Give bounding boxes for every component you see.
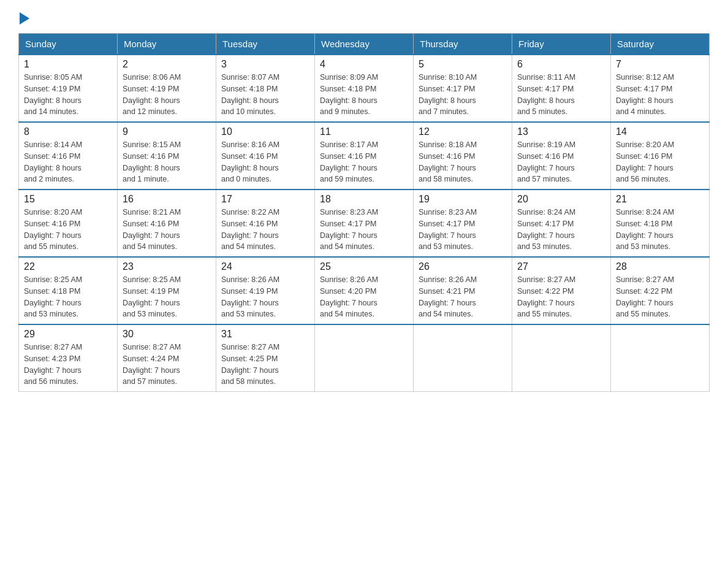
- day-number: 27: [517, 261, 605, 272]
- calendar-cell: [414, 324, 512, 392]
- calendar-table: SundayMondayTuesdayWednesdayThursdayFrid…: [18, 33, 710, 392]
- day-number: 25: [320, 261, 408, 272]
- calendar-cell: [512, 324, 611, 392]
- day-number: 29: [24, 329, 112, 340]
- day-info: Sunrise: 8:12 AM Sunset: 4:17 PM Dayligh…: [616, 72, 704, 118]
- calendar-cell: 18 Sunrise: 8:23 AM Sunset: 4:17 PM Dayl…: [315, 190, 414, 257]
- weekday-header-wednesday: Wednesday: [315, 34, 414, 55]
- day-number: 24: [221, 261, 309, 272]
- page-header: [18, 12, 710, 22]
- day-info: Sunrise: 8:26 AM Sunset: 4:21 PM Dayligh…: [419, 274, 507, 320]
- day-number: 17: [221, 194, 309, 205]
- calendar-cell: 19 Sunrise: 8:23 AM Sunset: 4:17 PM Dayl…: [414, 190, 512, 257]
- calendar-cell: 28 Sunrise: 8:27 AM Sunset: 4:22 PM Dayl…: [611, 257, 710, 324]
- calendar-cell: 30 Sunrise: 8:27 AM Sunset: 4:24 PM Dayl…: [118, 324, 216, 392]
- day-info: Sunrise: 8:23 AM Sunset: 4:17 PM Dayligh…: [320, 207, 408, 253]
- logo-arrow-icon: [20, 12, 29, 25]
- calendar-cell: 29 Sunrise: 8:27 AM Sunset: 4:23 PM Dayl…: [19, 324, 118, 392]
- day-info: Sunrise: 8:26 AM Sunset: 4:20 PM Dayligh…: [320, 274, 408, 320]
- day-info: Sunrise: 8:26 AM Sunset: 4:19 PM Dayligh…: [221, 274, 309, 320]
- weekday-header-friday: Friday: [512, 34, 611, 55]
- calendar-cell: 2 Sunrise: 8:06 AM Sunset: 4:19 PM Dayli…: [118, 55, 216, 122]
- calendar-cell: 8 Sunrise: 8:14 AM Sunset: 4:16 PM Dayli…: [19, 122, 118, 190]
- day-info: Sunrise: 8:16 AM Sunset: 4:16 PM Dayligh…: [221, 139, 309, 185]
- week-row-3: 15 Sunrise: 8:20 AM Sunset: 4:16 PM Dayl…: [19, 190, 710, 257]
- calendar-cell: 23 Sunrise: 8:25 AM Sunset: 4:19 PM Dayl…: [118, 257, 216, 324]
- calendar-cell: 7 Sunrise: 8:12 AM Sunset: 4:17 PM Dayli…: [611, 55, 710, 122]
- calendar-cell: 15 Sunrise: 8:20 AM Sunset: 4:16 PM Dayl…: [19, 190, 118, 257]
- day-info: Sunrise: 8:18 AM Sunset: 4:16 PM Dayligh…: [419, 139, 507, 185]
- calendar-cell: 22 Sunrise: 8:25 AM Sunset: 4:18 PM Dayl…: [19, 257, 118, 324]
- day-info: Sunrise: 8:21 AM Sunset: 4:16 PM Dayligh…: [123, 207, 211, 253]
- day-number: 7: [616, 59, 704, 70]
- day-info: Sunrise: 8:25 AM Sunset: 4:18 PM Dayligh…: [24, 274, 112, 320]
- day-info: Sunrise: 8:20 AM Sunset: 4:16 PM Dayligh…: [616, 139, 704, 185]
- day-number: 5: [419, 59, 507, 70]
- day-info: Sunrise: 8:06 AM Sunset: 4:19 PM Dayligh…: [123, 72, 211, 118]
- day-number: 10: [221, 126, 309, 137]
- calendar-cell: 4 Sunrise: 8:09 AM Sunset: 4:18 PM Dayli…: [315, 55, 414, 122]
- calendar-cell: 9 Sunrise: 8:15 AM Sunset: 4:16 PM Dayli…: [118, 122, 216, 190]
- day-number: 22: [24, 261, 112, 272]
- calendar-cell: 16 Sunrise: 8:21 AM Sunset: 4:16 PM Dayl…: [118, 190, 216, 257]
- calendar-cell: 26 Sunrise: 8:26 AM Sunset: 4:21 PM Dayl…: [414, 257, 512, 324]
- calendar-cell: 6 Sunrise: 8:11 AM Sunset: 4:17 PM Dayli…: [512, 55, 611, 122]
- calendar-cell: 11 Sunrise: 8:17 AM Sunset: 4:16 PM Dayl…: [315, 122, 414, 190]
- day-info: Sunrise: 8:24 AM Sunset: 4:17 PM Dayligh…: [517, 207, 605, 253]
- day-info: Sunrise: 8:27 AM Sunset: 4:23 PM Dayligh…: [24, 342, 112, 388]
- calendar-cell: [315, 324, 414, 392]
- day-number: 11: [320, 126, 408, 137]
- day-info: Sunrise: 8:20 AM Sunset: 4:16 PM Dayligh…: [24, 207, 112, 253]
- day-number: 14: [616, 126, 704, 137]
- calendar-cell: 13 Sunrise: 8:19 AM Sunset: 4:16 PM Dayl…: [512, 122, 611, 190]
- day-info: Sunrise: 8:09 AM Sunset: 4:18 PM Dayligh…: [320, 72, 408, 118]
- day-info: Sunrise: 8:25 AM Sunset: 4:19 PM Dayligh…: [123, 274, 211, 320]
- day-info: Sunrise: 8:27 AM Sunset: 4:22 PM Dayligh…: [517, 274, 605, 320]
- day-info: Sunrise: 8:14 AM Sunset: 4:16 PM Dayligh…: [24, 139, 112, 185]
- day-number: 15: [24, 194, 112, 205]
- calendar-cell: 20 Sunrise: 8:24 AM Sunset: 4:17 PM Dayl…: [512, 190, 611, 257]
- day-number: 20: [517, 194, 605, 205]
- calendar-cell: 12 Sunrise: 8:18 AM Sunset: 4:16 PM Dayl…: [414, 122, 512, 190]
- day-info: Sunrise: 8:19 AM Sunset: 4:16 PM Dayligh…: [517, 139, 605, 185]
- calendar-cell: 24 Sunrise: 8:26 AM Sunset: 4:19 PM Dayl…: [216, 257, 315, 324]
- weekday-header-monday: Monday: [118, 34, 216, 55]
- day-number: 18: [320, 194, 408, 205]
- day-number: 8: [24, 126, 112, 137]
- day-number: 21: [616, 194, 704, 205]
- day-number: 30: [123, 329, 211, 340]
- day-info: Sunrise: 8:27 AM Sunset: 4:25 PM Dayligh…: [221, 342, 309, 388]
- calendar-cell: 17 Sunrise: 8:22 AM Sunset: 4:16 PM Dayl…: [216, 190, 315, 257]
- weekday-header-sunday: Sunday: [19, 34, 118, 55]
- day-info: Sunrise: 8:05 AM Sunset: 4:19 PM Dayligh…: [24, 72, 112, 118]
- calendar-cell: 21 Sunrise: 8:24 AM Sunset: 4:18 PM Dayl…: [611, 190, 710, 257]
- calendar-cell: 27 Sunrise: 8:27 AM Sunset: 4:22 PM Dayl…: [512, 257, 611, 324]
- calendar-cell: 3 Sunrise: 8:07 AM Sunset: 4:18 PM Dayli…: [216, 55, 315, 122]
- calendar-cell: 1 Sunrise: 8:05 AM Sunset: 4:19 PM Dayli…: [19, 55, 118, 122]
- day-info: Sunrise: 8:17 AM Sunset: 4:16 PM Dayligh…: [320, 139, 408, 185]
- day-info: Sunrise: 8:07 AM Sunset: 4:18 PM Dayligh…: [221, 72, 309, 118]
- logo: [18, 12, 30, 22]
- week-row-5: 29 Sunrise: 8:27 AM Sunset: 4:23 PM Dayl…: [19, 324, 710, 392]
- day-info: Sunrise: 8:27 AM Sunset: 4:22 PM Dayligh…: [616, 274, 704, 320]
- calendar-cell: [611, 324, 710, 392]
- day-number: 1: [24, 59, 112, 70]
- day-number: 6: [517, 59, 605, 70]
- week-row-4: 22 Sunrise: 8:25 AM Sunset: 4:18 PM Dayl…: [19, 257, 710, 324]
- day-number: 23: [123, 261, 211, 272]
- calendar-cell: 31 Sunrise: 8:27 AM Sunset: 4:25 PM Dayl…: [216, 324, 315, 392]
- day-number: 9: [123, 126, 211, 137]
- day-number: 28: [616, 261, 704, 272]
- calendar-cell: 14 Sunrise: 8:20 AM Sunset: 4:16 PM Dayl…: [611, 122, 710, 190]
- day-number: 3: [221, 59, 309, 70]
- day-number: 31: [221, 329, 309, 340]
- weekday-header-thursday: Thursday: [414, 34, 512, 55]
- week-row-1: 1 Sunrise: 8:05 AM Sunset: 4:19 PM Dayli…: [19, 55, 710, 122]
- day-number: 19: [419, 194, 507, 205]
- weekday-header-saturday: Saturday: [611, 34, 710, 55]
- day-info: Sunrise: 8:10 AM Sunset: 4:17 PM Dayligh…: [419, 72, 507, 118]
- day-number: 2: [123, 59, 211, 70]
- calendar-cell: 10 Sunrise: 8:16 AM Sunset: 4:16 PM Dayl…: [216, 122, 315, 190]
- day-info: Sunrise: 8:15 AM Sunset: 4:16 PM Dayligh…: [123, 139, 211, 185]
- day-info: Sunrise: 8:11 AM Sunset: 4:17 PM Dayligh…: [517, 72, 605, 118]
